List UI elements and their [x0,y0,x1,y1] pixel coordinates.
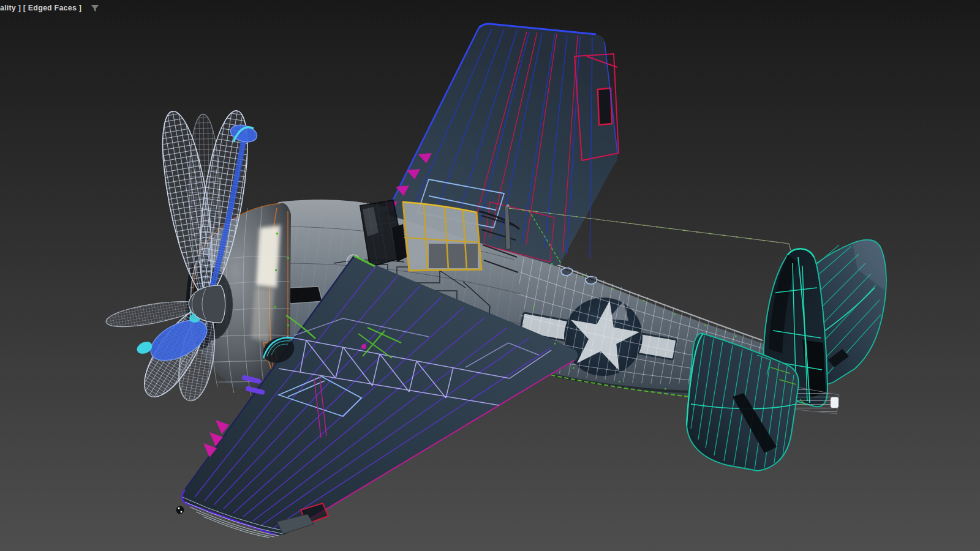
filter-icon[interactable] [90,3,100,13]
viewport-label[interactable]: ality ] [ Edged Faces ] [0,3,100,13]
viewport-label-text[interactable]: ality ] [ Edged Faces ] [0,4,81,12]
wingtip-light [176,506,184,514]
aircraft-model[interactable]: 19 [104,24,886,538]
tail-light [831,397,839,408]
scene-canvas[interactable]: 19 [0,0,980,551]
aileron-light [598,88,612,125]
viewport-3d[interactable]: 19 [0,0,980,551]
intake-scoop [287,287,322,304]
